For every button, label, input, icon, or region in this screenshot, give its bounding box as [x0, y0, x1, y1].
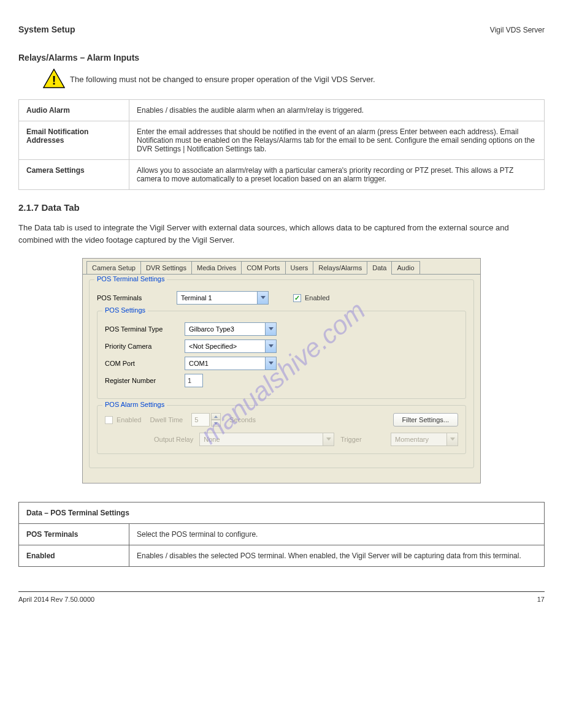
svg-marker-3 [269, 327, 274, 330]
svg-marker-7 [214, 422, 218, 425]
svg-marker-8 [326, 438, 331, 441]
pos-row-label: Enabled [19, 545, 129, 567]
relay-row-desc: Enables / disables the audible alarm whe… [129, 100, 545, 121]
group-title: POS Alarm Settings [102, 401, 167, 408]
dwell-unit-label: Seconds [229, 416, 256, 423]
register-number-input[interactable]: 1 [185, 374, 203, 387]
pos-alarm-settings-group: POS Alarm Settings Enabled Dwell Time 5 [97, 405, 466, 454]
relay-row-label: Camera Settings [19, 160, 129, 190]
combo-value: <Not Specified> [185, 343, 265, 350]
svg-text:!: ! [52, 74, 56, 87]
output-relay-combo[interactable]: None [199, 433, 334, 446]
tab-camera-setup[interactable]: Camera Setup [86, 261, 140, 274]
dwell-spinner-buttons[interactable] [211, 413, 221, 427]
chevron-down-icon[interactable] [446, 433, 458, 446]
relay-row-desc: Allows you to associate an alarm/relay w… [129, 160, 545, 190]
chevron-down-icon[interactable] [265, 323, 276, 335]
combo-value: COM1 [185, 360, 265, 367]
section-header: System Setup [18, 25, 75, 34]
tab-bar: Camera Setup DVR Settings Media Drives C… [83, 259, 480, 274]
footer-right: 17 [537, 596, 545, 603]
combo-value: Terminal 1 [177, 294, 257, 301]
priority-camera-combo[interactable]: <Not Specified> [185, 339, 277, 353]
tab-com-ports[interactable]: COM Ports [241, 261, 285, 274]
alarm-enabled-checkbox-row[interactable]: Enabled [105, 416, 141, 424]
tab-media-drives[interactable]: Media Drives [191, 261, 241, 274]
alarm-enabled-label: Enabled [117, 416, 141, 423]
combo-value: None [200, 436, 323, 443]
pos-row-desc: Select the POS terminal to configure. [129, 524, 545, 545]
com-port-combo[interactable]: COM1 [185, 357, 277, 370]
enabled-checkbox-row[interactable]: Enabled [293, 294, 329, 302]
relays-table: Audio Alarm Enables / disables the audib… [18, 99, 545, 190]
filter-settings-button[interactable]: Filter Settings... [393, 413, 458, 427]
relay-row-desc: Enter the email addresses that should be… [129, 121, 545, 160]
enabled-label: Enabled [305, 294, 329, 301]
svg-marker-6 [214, 415, 218, 418]
tab-dvr-settings[interactable]: DVR Settings [140, 261, 191, 274]
input-value: 1 [188, 377, 191, 384]
data-tab-intro: The Data tab is used to integrate the Vi… [18, 222, 545, 246]
pos-terminals-label: POS Terminals [97, 294, 177, 301]
trigger-label: Trigger [340, 436, 361, 443]
settings-window: Camera Setup DVR Settings Media Drives C… [82, 258, 481, 483]
relay-row-label: Email Notification Addresses [19, 121, 129, 160]
product-header: Vigil VDS Server [490, 26, 545, 34]
dwell-time-label: Dwell Time [150, 416, 183, 423]
warning-icon: ! [43, 69, 65, 90]
pos-terminals-combo[interactable]: Terminal 1 [177, 291, 269, 305]
pos-row-desc: Enables / disables the selected POS term… [129, 545, 545, 567]
group-title: POS Terminal Settings [94, 275, 167, 282]
tab-users[interactable]: Users [285, 261, 313, 274]
pos-row-label: POS Terminals [19, 524, 129, 545]
combo-value: Gilbarco Type3 [185, 325, 265, 333]
terminal-type-label: POS Terminal Type [105, 325, 185, 333]
register-number-label: Register Number [105, 377, 185, 384]
page-footer: April 2014 Rev 7.50.0000 17 [18, 591, 545, 603]
svg-marker-5 [269, 362, 274, 365]
combo-value: Momentary [391, 436, 446, 443]
chevron-down-icon[interactable] [265, 357, 276, 370]
chevron-down-icon[interactable] [323, 433, 334, 446]
relay-row-label: Audio Alarm [19, 100, 129, 121]
chevron-down-icon[interactable] [265, 340, 276, 352]
tab-data[interactable]: Data [367, 261, 391, 275]
enabled-checkbox[interactable] [293, 294, 301, 302]
svg-marker-9 [450, 438, 455, 441]
pos-settings-group: POS Settings POS Terminal Type Gilbarco … [97, 311, 466, 399]
tab-audio[interactable]: Audio [391, 261, 419, 274]
svg-marker-2 [261, 296, 266, 299]
output-relay-label: Output Relay [154, 436, 193, 443]
terminal-type-combo[interactable]: Gilbarco Type3 [185, 322, 277, 336]
relays-title: Relays/Alarms – Alarm Inputs [18, 53, 545, 63]
com-port-label: COM Port [105, 360, 185, 367]
data-tab-heading: 2.1.7 Data Tab [18, 202, 545, 213]
chevron-up-icon[interactable] [211, 413, 221, 420]
group-title: POS Settings [102, 306, 148, 314]
tab-relays-alarms[interactable]: Relays/Alarms [313, 261, 367, 274]
chevron-down-icon[interactable] [257, 292, 268, 304]
warning-text: The following must not be changed to ens… [70, 75, 375, 84]
table-title: Data – POS Terminal Settings [19, 502, 545, 524]
pos-terminal-table: Data – POS Terminal Settings POS Termina… [18, 502, 545, 567]
input-value: 5 [194, 416, 198, 423]
dwell-time-input[interactable]: 5 [191, 413, 210, 427]
footer-left: April 2014 Rev 7.50.0000 [18, 596, 94, 603]
alarm-enabled-checkbox[interactable] [105, 416, 113, 424]
chevron-down-icon[interactable] [211, 420, 221, 427]
pos-terminal-settings-group: POS Terminal Settings POS Terminals Term… [89, 279, 474, 468]
priority-camera-label: Priority Camera [105, 343, 185, 350]
svg-marker-4 [269, 344, 274, 347]
trigger-combo[interactable]: Momentary [391, 433, 458, 446]
